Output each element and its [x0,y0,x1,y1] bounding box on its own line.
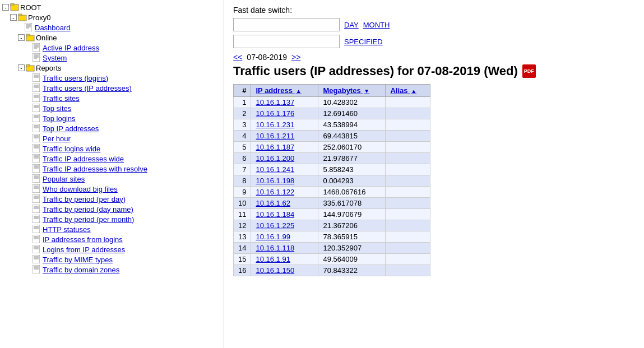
online-toggle[interactable]: - [18,34,25,41]
sidebar-label-14[interactable]: Traffic by period (per month) [43,215,134,224]
root-toggle[interactable]: - [2,4,9,11]
tree-root[interactable]: - ROOT [2,2,221,12]
day-link[interactable]: DAY [344,21,359,29]
sidebar-item-traffic-period-day[interactable]: Traffic by period (per day) [2,194,221,204]
sidebar-label-4[interactable]: Top logins [43,114,76,123]
sidebar-item-traffic-users-logins[interactable]: Traffic users (logins) [2,73,221,83]
ip-link[interactable]: 10.16.1.62 [256,199,290,207]
ip-link[interactable]: 10.16.1.122 [256,188,294,196]
sidebar-item-traffic-sites[interactable]: Traffic sites [2,93,221,103]
ip-link[interactable]: 10.16.1.187 [256,143,294,151]
sidebar-label-13[interactable]: Traffic by period (day name) [43,205,133,214]
cell-alias [386,153,430,164]
cell-alias [386,209,430,220]
sidebar-item-traffic-domain-zones[interactable]: Traffic by domain zones [2,265,221,275]
sidebar-item-logins-from-ip[interactable]: Logins from IP addresses [2,244,221,254]
ip-link[interactable]: 10.16.1.200 [256,154,294,163]
page-icon-4 [33,114,41,123]
cell-ip: 10.16.1.137 [251,97,318,108]
sidebar-label-1[interactable]: Traffic users (IP addresses) [43,84,132,92]
ip-link[interactable]: 10.16.1.150 [256,266,294,275]
ip-link[interactable]: 10.16.1.99 [256,233,290,241]
tree-active-ip[interactable]: Active IP address [2,43,221,53]
sidebar-item-top-sites[interactable]: Top sites [2,103,221,113]
sort-ip-link[interactable]: IP address ▲ [256,86,301,95]
cell-alias [386,265,430,276]
specified-link[interactable]: SPECIFIED [344,38,383,46]
tree-online[interactable]: - Online [2,33,221,43]
sidebar-label-3[interactable]: Top sites [43,104,71,113]
sidebar-label-7[interactable]: Traffic logins wide [43,145,100,153]
sidebar-label-5[interactable]: Top IP addresses [43,124,99,133]
sidebar-item-http-statuses[interactable]: HTTP statuses [2,224,221,234]
sidebar-label-0[interactable]: Traffic users (logins) [43,74,108,82]
cell-mb: 70.843322 [318,265,386,276]
page-icon-1 [33,83,41,92]
sidebar-label-8[interactable]: Traffic IP addresses wide [43,155,124,163]
sidebar-item-top-ip[interactable]: Top IP addresses [2,123,221,133]
tree-reports[interactable]: - Reports [2,63,221,73]
date-input-1[interactable] [233,18,340,31]
system-label[interactable]: System [43,54,67,62]
sidebar-label-11[interactable]: Who download big files [43,185,118,193]
root-label: ROOT [20,3,41,12]
sidebar-label-15[interactable]: HTTP statuses [43,225,91,234]
sidebar-label-18[interactable]: Traffic by MIME types [43,256,113,264]
ip-link[interactable]: 10.16.1.118 [256,244,294,252]
ip-link[interactable]: 10.16.1.184 [256,210,294,219]
ip-link[interactable]: 10.16.1.225 [256,221,294,230]
sidebar-label-6[interactable]: Per hour [43,134,71,143]
month-link[interactable]: MONTH [363,21,390,29]
cell-ip: 10.16.1.211 [251,131,318,142]
ip-link[interactable]: 10.16.1.137 [256,98,294,106]
sidebar-item-ip-from-logins[interactable]: IP addresses from logins [2,234,221,244]
table-row: 1310.16.1.9978.365915 [234,231,430,243]
sort-alias-link[interactable]: Alias ▲ [390,86,416,95]
proxy0-toggle[interactable]: - [10,14,17,21]
ip-link[interactable]: 10.16.1.176 [256,109,294,118]
sidebar-item-traffic-ip-wide[interactable]: Traffic IP addresses wide [2,154,221,164]
sidebar-item-download-big[interactable]: Who download big files [2,184,221,194]
sidebar-label-9[interactable]: Traffic IP addresses with resolve [43,165,147,173]
col-header-ip[interactable]: IP address ▲ [251,85,318,97]
ip-link[interactable]: 10.16.1.211 [256,132,294,140]
table-row: 610.16.1.20021.978677 [234,153,430,164]
sidebar-item-traffic-users-ip[interactable]: Traffic users (IP addresses) [2,83,221,93]
ip-link[interactable]: 10.16.1.198 [256,177,294,185]
sidebar-label-19[interactable]: Traffic by domain zones [43,266,119,274]
tree-proxy0[interactable]: - Proxy0 [2,12,221,22]
ip-link[interactable]: 10.16.1.241 [256,165,294,174]
sidebar-item-popular-sites[interactable]: Popular sites [2,174,221,184]
reports-toggle[interactable]: - [18,64,25,71]
sidebar-item-traffic-period-month[interactable]: Traffic by period (per month) [2,214,221,224]
sidebar-label-17[interactable]: Logins from IP addresses [43,245,125,254]
nav-prev[interactable]: << [233,53,242,62]
col-header-alias[interactable]: Alias ▲ [386,85,430,97]
tree-dashboard[interactable]: Dashboard [2,22,221,33]
sidebar-item-traffic-logins-wide[interactable]: Traffic logins wide [2,143,221,154]
sidebar-label-16[interactable]: IP addresses from logins [43,235,123,244]
online-label: Online [36,34,57,42]
sidebar-item-traffic-ip-resolve[interactable]: Traffic IP addresses with resolve [2,164,221,174]
sidebar-item-per-hour[interactable]: Per hour [2,133,221,143]
sidebar-item-traffic-period-dayname[interactable]: Traffic by period (day name) [2,204,221,214]
sidebar-label-12[interactable]: Traffic by period (per day) [43,195,126,203]
sidebar-item-traffic-mime[interactable]: Traffic by MIME types [2,254,221,265]
pdf-icon[interactable]: PDF [522,64,536,78]
nav-next[interactable]: >> [291,53,300,62]
active-ip-label[interactable]: Active IP address [43,44,99,52]
sort-mb-link[interactable]: Megabytes ▼ [323,86,369,95]
cell-ip: 10.16.1.122 [251,187,318,198]
sidebar-label-2[interactable]: Traffic sites [43,94,80,103]
date-input-2[interactable] [233,35,340,48]
tree-system[interactable]: System [2,53,221,63]
nav-date: 07-08-2019 [247,53,287,62]
sidebar-item-top-logins[interactable]: Top logins [2,113,221,123]
ip-link[interactable]: 10.16.1.231 [256,120,294,129]
ip-link[interactable]: 10.16.1.91 [256,255,290,263]
sidebar-label-10[interactable]: Popular sites [43,175,85,183]
col-header-mb[interactable]: Megabytes ▼ [318,85,386,97]
dashboard-label[interactable]: Dashboard [35,24,71,32]
table-row: 510.16.1.187252.060170 [234,142,430,153]
page-icon-8 [33,154,41,163]
